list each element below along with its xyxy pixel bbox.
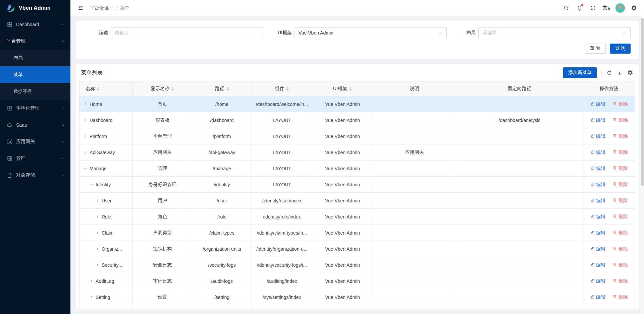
column-header-5[interactable]: UI框架	[312, 81, 373, 96]
sidebar-item-manage[interactable]: 管理	[0, 150, 70, 167]
edit-button[interactable]: 编辑	[590, 246, 605, 252]
edit-button[interactable]: 编辑	[590, 133, 605, 139]
delete-button[interactable]: 删除	[612, 149, 628, 155]
tree-expander-icon[interactable]	[84, 118, 88, 122]
sidebar-item-dashboard[interactable]: Dashboard	[0, 16, 70, 33]
row-height-icon[interactable]	[617, 70, 623, 76]
sidebar-item-layout[interactable]: 布局	[0, 50, 70, 66]
edit-button[interactable]: 编辑	[590, 278, 605, 284]
collapse-sidebar-icon[interactable]	[76, 1, 85, 15]
sort-carets-icon[interactable]	[349, 87, 352, 91]
cell-path: /user	[192, 193, 252, 209]
sidebar-item-saas[interactable]: Saas	[0, 117, 70, 133]
delete-button[interactable]: 删除	[612, 182, 628, 188]
query-button[interactable]: 查询	[610, 44, 631, 54]
notification-badge	[581, 4, 583, 6]
tree-expander-icon[interactable]	[84, 102, 88, 106]
refresh-icon[interactable]	[606, 70, 612, 76]
delete-button[interactable]: 删除	[612, 262, 628, 268]
ui-framework-select[interactable]: Vue Vben Admin	[294, 27, 447, 38]
delete-trash-icon	[612, 262, 617, 268]
settings-gear-icon[interactable]	[627, 70, 633, 76]
scrollbar-thumb[interactable]	[641, 18, 644, 186]
cell-actions: 编辑删除	[583, 273, 635, 289]
delete-button[interactable]: 删除	[612, 117, 628, 123]
column-header-1[interactable]: 名称	[79, 81, 133, 96]
delete-button[interactable]: 删除	[612, 214, 628, 220]
cell-display-name: 声明类型	[133, 225, 192, 241]
edit-button[interactable]: 编辑	[590, 117, 605, 123]
tree-expander-icon[interactable]	[96, 263, 100, 267]
tree-expander-icon[interactable]	[84, 167, 88, 171]
tree-expander-icon[interactable]	[90, 183, 94, 187]
cell-actions: 编辑删除	[583, 96, 635, 112]
column-label: 重定向路径	[508, 86, 531, 92]
breadcrumb-parent[interactable]: 平台管理	[90, 5, 114, 11]
delete-trash-icon	[612, 101, 617, 107]
edit-button[interactable]: 编辑	[590, 198, 605, 204]
sidebar-item-label: 数据字典	[13, 88, 32, 95]
edit-button[interactable]: 编辑	[590, 262, 605, 268]
edit-button[interactable]: 编辑	[590, 166, 605, 172]
tree-expander-icon[interactable]	[96, 231, 100, 235]
fullscreen-icon[interactable]	[586, 1, 600, 15]
notification-bell-icon[interactable]	[573, 1, 586, 15]
cell-ui-framework: Vue Vben Admin	[312, 128, 373, 144]
filter-keyword-input[interactable]	[115, 30, 259, 36]
chevron-up-icon	[61, 39, 66, 44]
edit-button[interactable]: 编辑	[590, 230, 605, 236]
app-logo[interactable]: Vben Admin	[0, 0, 70, 16]
layout-select[interactable]: 请选择	[478, 27, 631, 38]
tree-expander-icon[interactable]	[84, 150, 88, 154]
delete-button[interactable]: 删除	[612, 278, 628, 284]
column-header-3[interactable]: 路径	[192, 81, 252, 96]
tree-expander-icon[interactable]	[90, 295, 94, 299]
edit-button[interactable]: 编辑	[590, 214, 605, 220]
settings-gear-icon[interactable]	[627, 1, 641, 15]
edit-pencil-icon	[590, 214, 595, 219]
sidebar-item-label: 对象存储	[16, 172, 61, 178]
edit-button[interactable]: 编辑	[590, 101, 605, 107]
tree-expander-icon[interactable]	[90, 279, 94, 283]
column-header-4[interactable]: 组件	[252, 81, 312, 96]
sidebar-item-localization[interactable]: 本地化管理	[0, 100, 70, 117]
edit-button[interactable]: 编辑	[590, 149, 605, 155]
tree-expander-icon[interactable]	[96, 199, 100, 203]
delete-button[interactable]: 删除	[612, 246, 628, 252]
delete-button[interactable]: 删除	[612, 101, 628, 107]
chevron-down-icon	[61, 106, 66, 111]
sidebar-item-app-gateway[interactable]: 应用网关	[0, 133, 70, 150]
reset-button[interactable]: 重置	[585, 44, 606, 54]
translate-icon[interactable]: 文A	[600, 1, 613, 15]
delete-button[interactable]: 删除	[612, 133, 628, 139]
delete-button[interactable]: 删除	[612, 294, 628, 300]
action-divider	[609, 182, 609, 187]
sidebar-item-menu[interactable]: 菜单	[0, 66, 70, 83]
sidebar-item-data-dictionary[interactable]: 数据字典	[0, 83, 70, 100]
delete-button[interactable]: 删除	[612, 230, 628, 236]
user-avatar[interactable]	[615, 3, 625, 13]
app-layout: Vben Admin Dashboard平台管理布局菜单数据字典本地化管理Saa…	[0, 0, 644, 314]
sort-carets-icon[interactable]	[286, 87, 289, 91]
add-menu-button[interactable]: 添加新菜单	[563, 67, 597, 78]
tree-expander-icon[interactable]	[96, 247, 100, 251]
delete-button[interactable]: 删除	[612, 166, 628, 172]
sidebar-item-object-storage[interactable]: 对象存储	[0, 167, 70, 184]
delete-trash-icon	[612, 133, 617, 139]
table-row: Organiz...组织机构/organization-units/identi…	[79, 241, 635, 257]
sort-carets-icon[interactable]	[226, 87, 229, 91]
column-header-2[interactable]: 显示名称	[133, 81, 192, 96]
action-divider	[609, 102, 609, 107]
edit-button[interactable]: 编辑	[590, 182, 605, 188]
vertical-scrollbar[interactable]	[640, 16, 644, 314]
cell-display-name: 安全日志	[133, 257, 192, 273]
sidebar-item-platform-management[interactable]: 平台管理	[0, 33, 70, 50]
edit-button[interactable]: 编辑	[590, 294, 605, 300]
tree-expander-icon[interactable]	[96, 215, 100, 219]
search-icon[interactable]	[559, 1, 573, 15]
dashboard-icon	[7, 21, 13, 27]
sort-carets-icon[interactable]	[171, 87, 174, 91]
sort-carets-icon[interactable]	[97, 87, 100, 91]
tree-expander-icon[interactable]	[84, 134, 88, 138]
delete-button[interactable]: 删除	[612, 198, 628, 204]
